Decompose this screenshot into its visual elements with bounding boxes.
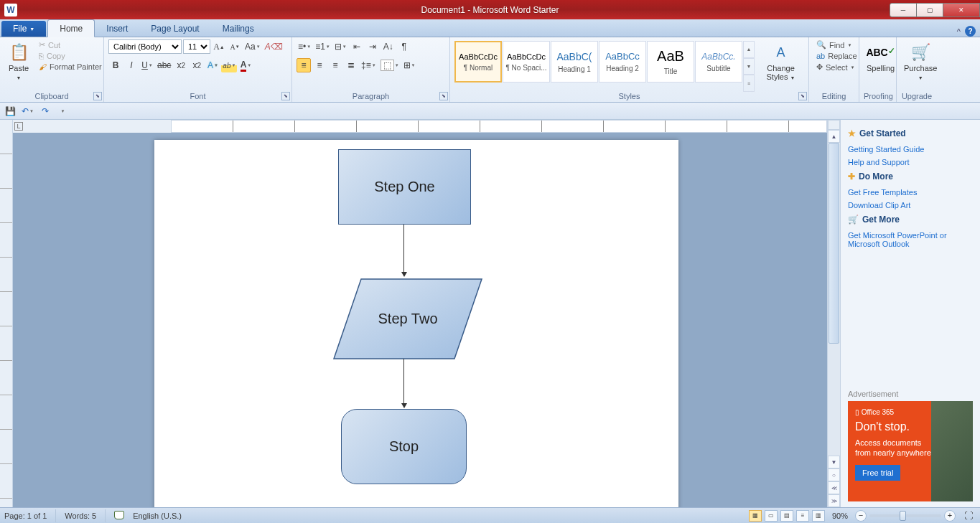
minimize-ribbon-icon[interactable]: ^ — [957, 27, 961, 36]
redo-button[interactable]: ↷ — [38, 105, 52, 118]
close-button[interactable]: ✕ — [943, 3, 980, 17]
bold-button[interactable]: B — [108, 58, 123, 72]
numbering-button[interactable]: ≡1▼ — [314, 39, 332, 54]
superscript-button[interactable]: x2 — [190, 58, 204, 72]
minimize-button[interactable]: ─ — [890, 3, 917, 17]
proofing-status-icon[interactable] — [114, 511, 124, 521]
spelling-button[interactable]: ABC✓ Spelling — [864, 39, 897, 92]
strikethrough-button[interactable]: abc — [156, 58, 172, 72]
tab-insert[interactable]: Insert — [95, 20, 139, 37]
tab-selector[interactable]: L — [14, 122, 23, 131]
font-color-button[interactable]: A▼ — [238, 58, 253, 72]
replace-button[interactable]: abReplace — [813, 51, 854, 61]
link-clipart[interactable]: Download Clip Art — [848, 199, 973, 212]
clear-formatting-button[interactable]: A⌫ — [263, 39, 284, 54]
flowchart-arrow[interactable] — [403, 359, 404, 407]
gallery-down[interactable]: ▼ — [743, 58, 755, 75]
style-normal[interactable]: AaBbCcDc¶ Normal — [454, 41, 502, 83]
flowchart-terminator[interactable]: Stop — [341, 409, 467, 484]
clipboard-launcher[interactable]: ⬊ — [93, 92, 102, 100]
style-subtitle[interactable]: AaBbCc.Subtitle — [695, 41, 742, 83]
undo-button[interactable]: ↶▼ — [20, 105, 35, 118]
purchase-button[interactable]: 🛒 Purchase▼ — [901, 39, 940, 92]
text-effects-button[interactable]: A▼ — [205, 58, 220, 72]
style-title[interactable]: AaBTitle — [647, 41, 694, 83]
advertisement[interactable]: ▯ Office 365 Don't stop. Access document… — [848, 401, 973, 501]
cut-button[interactable]: ✂Cut — [36, 39, 105, 50]
style-no-spacing[interactable]: AaBbCcDc¶ No Spaci... — [503, 41, 550, 83]
font-size-select[interactable]: 11 — [183, 39, 210, 54]
select-button[interactable]: ✥Select▼ — [813, 62, 854, 72]
gallery-more[interactable]: ≡ — [743, 75, 755, 92]
font-name-select[interactable]: Calibri (Body) — [108, 39, 182, 54]
shading-button[interactable]: ⬚▼ — [379, 58, 401, 72]
subscript-button[interactable]: x2 — [174, 58, 188, 72]
paragraph-launcher[interactable]: ⬊ — [439, 92, 448, 100]
ruler-toggle[interactable] — [828, 120, 840, 130]
tab-home[interactable]: Home — [47, 19, 95, 37]
show-marks-button[interactable]: ¶ — [397, 39, 411, 54]
status-words[interactable]: Words: 5 — [65, 512, 96, 520]
align-center-button[interactable]: ≡ — [312, 58, 327, 72]
change-case-button[interactable]: Aa▼ — [243, 39, 262, 54]
flowchart-arrow[interactable] — [403, 225, 404, 276]
view-draft[interactable]: ▥ — [812, 510, 825, 522]
dec-indent-button[interactable]: ⇤ — [350, 39, 364, 54]
link-help-support[interactable]: Help and Support — [848, 156, 973, 169]
gallery-up[interactable]: ▲ — [743, 41, 755, 58]
scroll-down-button[interactable]: ▼ — [828, 456, 840, 468]
zoom-slider[interactable] — [869, 514, 941, 517]
zoom-out-button[interactable]: − — [855, 510, 867, 522]
sort-button[interactable]: A↓ — [381, 39, 396, 54]
scroll-up-button[interactable]: ▲ — [828, 130, 840, 143]
zoom-in-button[interactable]: + — [944, 510, 956, 522]
link-get-office[interactable]: Get Microsoft PowerPoint or Microsoft Ou… — [848, 229, 973, 250]
line-spacing-button[interactable]: ‡≡▼ — [360, 58, 378, 72]
document-page[interactable]: Step One Step Two Stop — [154, 140, 678, 507]
change-styles-button[interactable]: A Change Styles ▼ — [757, 39, 804, 92]
zoom-fit-button[interactable]: ⛶ — [961, 509, 976, 523]
borders-button[interactable]: ⊞▼ — [402, 58, 417, 72]
shrink-font-button[interactable]: A▼ — [228, 39, 242, 54]
style-heading2[interactable]: AaBbCcHeading 2 — [599, 41, 646, 83]
justify-button[interactable]: ≣ — [344, 58, 358, 72]
view-print-layout[interactable]: ▦ — [749, 510, 762, 522]
tab-file[interactable]: File▼ — [1, 21, 46, 37]
tab-page-layout[interactable]: Page Layout — [139, 20, 210, 37]
align-right-button[interactable]: ≡ — [328, 58, 342, 72]
flowchart-process[interactable]: Step One — [338, 149, 471, 225]
qat-customize[interactable]: ▼ — [55, 105, 70, 118]
paste-button[interactable]: 📋 Paste▼ — [4, 39, 33, 92]
link-templates[interactable]: Get Free Templates — [848, 186, 973, 199]
horizontal-ruler[interactable]: L — [13, 120, 827, 133]
browse-object-button[interactable]: ○ — [828, 468, 840, 481]
help-icon[interactable]: ? — [965, 26, 976, 37]
italic-button[interactable]: I — [124, 58, 139, 72]
inc-indent-button[interactable]: ⇥ — [365, 39, 380, 54]
prev-page-button[interactable]: ≪ — [828, 481, 840, 494]
find-button[interactable]: 🔍Find▼ — [813, 39, 854, 50]
link-getting-started[interactable]: Getting Started Guide — [848, 143, 973, 156]
font-launcher[interactable]: ⬊ — [281, 92, 290, 100]
status-language[interactable]: English (U.S.) — [133, 512, 182, 520]
underline-button[interactable]: U▼ — [140, 58, 154, 72]
view-full-screen[interactable]: ▭ — [765, 510, 778, 522]
bullets-button[interactable]: ≡•▼ — [297, 39, 312, 54]
multilevel-button[interactable]: ⊟▼ — [333, 39, 348, 54]
next-page-button[interactable]: ≫ — [828, 494, 840, 507]
save-button[interactable]: 💾 — [3, 105, 17, 118]
tab-mailings[interactable]: Mailings — [211, 20, 266, 37]
view-outline[interactable]: ≡ — [796, 510, 809, 522]
view-web-layout[interactable]: ▤ — [780, 510, 793, 522]
styles-launcher[interactable]: ⬊ — [798, 92, 807, 100]
copy-button[interactable]: ⎘Copy — [36, 51, 105, 61]
maximize-button[interactable]: ▢ — [916, 3, 943, 17]
align-left-button[interactable]: ≡ — [297, 58, 311, 72]
highlight-button[interactable]: ab▼ — [221, 58, 237, 72]
ad-cta-button[interactable]: Free trial — [855, 465, 900, 481]
format-painter-button[interactable]: 🖌Format Painter — [36, 62, 105, 72]
vertical-ruler[interactable] — [0, 120, 13, 507]
style-heading1[interactable]: AaBbC(Heading 1 — [551, 41, 598, 83]
grow-font-button[interactable]: A▲ — [212, 39, 226, 54]
zoom-level[interactable]: 90% — [832, 512, 848, 520]
